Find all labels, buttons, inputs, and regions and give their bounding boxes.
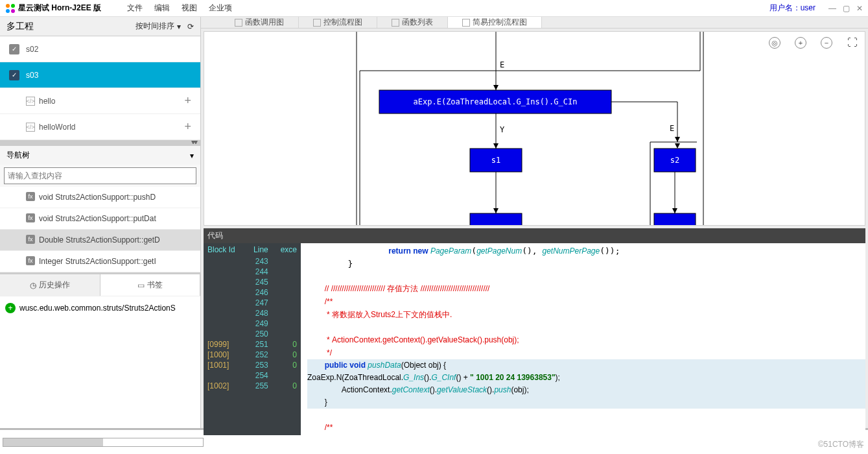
svg-marker-32 bbox=[672, 208, 677, 213]
content-tab[interactable]: 函数调用图 bbox=[220, 17, 299, 28]
watermark: ©51CTO博客 bbox=[818, 439, 864, 450]
toggle-icon: ✓ bbox=[9, 70, 19, 80]
refresh-icon[interactable]: ⟳ bbox=[187, 22, 194, 31]
chevron-down-icon[interactable]: ▾ bbox=[190, 151, 194, 160]
plus-icon[interactable]: + bbox=[184, 94, 191, 108]
menu-edit[interactable]: 编辑 bbox=[154, 3, 170, 14]
svg-text:E: E bbox=[500, 60, 504, 69]
fx-icon: fx bbox=[26, 256, 35, 265]
content-tabs: 函数调用图控制流程图函数列表简易控制流程图 bbox=[201, 17, 868, 29]
tab-icon bbox=[392, 19, 399, 27]
svg-text:s2: s2 bbox=[670, 156, 679, 165]
navtree-item[interactable]: fxInteger Struts2ActionSupport::getI bbox=[0, 251, 200, 272]
maximize-icon[interactable]: ▢ bbox=[843, 4, 850, 13]
toggle-icon: ✓ bbox=[9, 44, 19, 54]
project-item[interactable]: </>helloWorld+ bbox=[0, 114, 200, 140]
plus-icon[interactable]: + bbox=[184, 120, 191, 134]
svg-marker-24 bbox=[675, 137, 680, 142]
path-row[interactable]: + wusc.edu.web.common.struts/Struts2Acti… bbox=[0, 296, 200, 320]
menu-enterprise[interactable]: 企业项 bbox=[209, 3, 232, 14]
svg-rect-33 bbox=[654, 213, 696, 226]
menu-view[interactable]: 视图 bbox=[182, 3, 197, 14]
close-icon[interactable]: ✕ bbox=[856, 4, 863, 13]
path-text: wusc.edu.web.common.struts/Struts2Action… bbox=[19, 304, 176, 313]
h-scrollbar[interactable] bbox=[3, 438, 204, 447]
tab-history[interactable]: ◷历史操作 bbox=[0, 274, 100, 296]
fx-icon: fx bbox=[26, 235, 35, 244]
sidebar-title: 多工程 bbox=[6, 21, 34, 32]
navtree-title: 导航树 bbox=[6, 150, 30, 161]
flow-svg: E aExp.E(ZoaThreadLocal.G_Ins().G_CIn Y … bbox=[204, 32, 859, 226]
project-item[interactable]: </>hello+ bbox=[0, 88, 200, 114]
fx-icon: fx bbox=[26, 192, 35, 201]
navtree-list: fxvoid Struts2ActionSupport::pushDfxvoid… bbox=[0, 187, 200, 272]
svg-marker-10 bbox=[493, 85, 499, 90]
titlebar: 星云测试 Horn-J2EE 版 文件 编辑 视图 企业项 用户名：user —… bbox=[0, 0, 868, 17]
sidebar-header: 多工程 按时间排序 ▾ ⟳ bbox=[0, 17, 200, 36]
content-tab[interactable]: 控制流程图 bbox=[299, 17, 377, 28]
code-icon: </> bbox=[26, 123, 35, 132]
content-area: 函数调用图控制流程图函数列表简易控制流程图 ◎ + − ⛶ E aExp.E(Z… bbox=[201, 17, 868, 428]
flow-diagram[interactable]: ◎ + − ⛶ E aExp.E(ZoaThreadLocal.G_Ins().… bbox=[204, 31, 865, 226]
svg-point-2 bbox=[6, 9, 10, 13]
chevron-down-icon: ▾ bbox=[177, 22, 181, 31]
code-section: 代码 Block IdLineexce 24324424524624724824… bbox=[204, 228, 865, 435]
code-label: 代码 bbox=[204, 228, 865, 243]
code-pane[interactable]: return new PageParam(getPageNum(), getNu… bbox=[301, 243, 865, 435]
project-item[interactable]: ✓s03 bbox=[0, 62, 200, 88]
svg-point-0 bbox=[6, 4, 10, 8]
svg-text:aExp.E(ZoaThreadLocal.G_Ins().: aExp.E(ZoaThreadLocal.G_Ins().G_CIn bbox=[414, 97, 578, 106]
window-controls: — ▢ ✕ bbox=[828, 4, 863, 13]
fx-icon: fx bbox=[26, 213, 35, 222]
svg-text:s1: s1 bbox=[491, 156, 500, 165]
tab-icon bbox=[313, 19, 321, 27]
navtree-header: 导航树 ▾ bbox=[0, 146, 200, 165]
menu-file[interactable]: 文件 bbox=[127, 3, 143, 14]
minimize-icon[interactable]: — bbox=[828, 4, 836, 13]
sidebar: 多工程 按时间排序 ▾ ⟳ ✓s02✓s03</>hello+</>helloW… bbox=[0, 17, 201, 428]
svg-text:Y: Y bbox=[500, 125, 505, 134]
project-item[interactable]: ✓s02 bbox=[0, 36, 200, 62]
tab-icon bbox=[235, 19, 242, 27]
sort-dropdown[interactable]: 按时间排序 ▾ ⟳ bbox=[135, 21, 194, 32]
menubar: 文件 编辑 视图 企业项 bbox=[127, 3, 232, 14]
svg-marker-20 bbox=[493, 208, 499, 213]
svg-rect-21 bbox=[470, 213, 522, 226]
content-tab[interactable]: 函数列表 bbox=[377, 17, 448, 28]
bookmark-icon: ▭ bbox=[137, 281, 145, 290]
navtree-item[interactable]: fxDouble Struts2ActionSupport::getD bbox=[0, 230, 200, 251]
svg-point-3 bbox=[11, 9, 15, 13]
navtree-item[interactable]: fxvoid Struts2ActionSupport::putDat bbox=[0, 208, 200, 230]
clock-icon: ◷ bbox=[30, 281, 36, 290]
search-input[interactable] bbox=[4, 167, 196, 184]
app-logo-icon bbox=[5, 3, 16, 14]
add-icon[interactable]: + bbox=[5, 303, 16, 313]
bottom-tabs: ◷历史操作 ▭书签 bbox=[0, 272, 200, 296]
user-label: 用户名：user bbox=[769, 3, 815, 14]
svg-marker-15 bbox=[493, 143, 499, 149]
app-title: 星云测试 Horn-J2EE 版 bbox=[18, 3, 101, 14]
svg-marker-28 bbox=[675, 143, 680, 149]
content-tab[interactable]: 简易控制流程图 bbox=[448, 17, 542, 28]
code-icon: </> bbox=[26, 97, 35, 106]
project-list: ✓s02✓s03</>hello+</>helloWorld+ bbox=[0, 36, 200, 140]
svg-point-1 bbox=[11, 4, 15, 8]
navtree-item[interactable]: fxvoid Struts2ActionSupport::pushD bbox=[0, 187, 200, 208]
code-gutter: Block IdLineexce 24324424524624724824925… bbox=[204, 243, 301, 435]
tab-bookmark[interactable]: ▭书签 bbox=[100, 274, 201, 296]
tab-icon bbox=[462, 19, 470, 27]
svg-text:E: E bbox=[670, 124, 674, 133]
